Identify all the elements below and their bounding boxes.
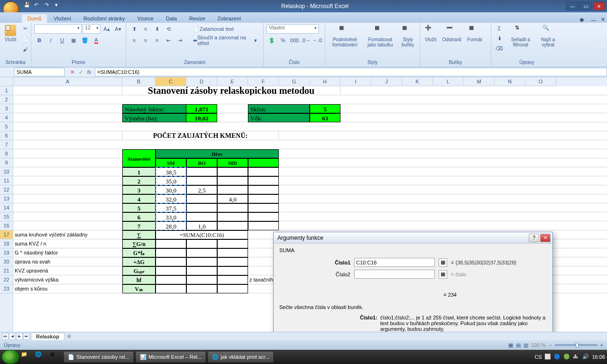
- name-box[interactable]: SUMA: [14, 68, 64, 76]
- insert-cells-button[interactable]: ➕Vložit: [423, 24, 438, 43]
- format-painter-icon[interactable]: 🖌: [20, 45, 30, 54]
- tab-review[interactable]: Revize: [184, 14, 211, 23]
- accept-formula-icon[interactable]: ✓: [77, 69, 84, 75]
- sheet-nav-last[interactable]: ⏭: [23, 333, 30, 340]
- font-name-combo[interactable]: [34, 24, 82, 34]
- clear-icon[interactable]: ⌫: [494, 44, 505, 53]
- qat-dropdown-icon[interactable]: ▾: [55, 2, 64, 10]
- qat-save-icon[interactable]: 💾: [24, 2, 32, 10]
- font-size-combo[interactable]: 12: [83, 24, 101, 34]
- comma-icon[interactable]: 000: [289, 36, 300, 45]
- tray-icon[interactable]: ⬜: [544, 354, 551, 360]
- tab-view[interactable]: Zobrazení: [212, 14, 247, 23]
- cancel-formula-icon[interactable]: ✕: [68, 69, 76, 75]
- number-format-combo[interactable]: Vlastní: [267, 24, 319, 34]
- copy-icon[interactable]: 📄: [20, 34, 30, 44]
- orientation-icon[interactable]: ⟲: [163, 24, 174, 34]
- taskbar-desktop-icon[interactable]: 🖥: [49, 351, 62, 363]
- tab-layout[interactable]: Rozložení stránky: [78, 14, 130, 23]
- new-sheet-icon[interactable]: ⊕: [65, 333, 73, 339]
- close-button[interactable]: ✕: [593, 2, 605, 10]
- zoom-out-button[interactable]: −: [549, 342, 552, 348]
- qat-undo-icon[interactable]: ↶: [34, 2, 43, 10]
- dec-decimal-icon[interactable]: ←.0: [312, 36, 322, 45]
- merge-center-button[interactable]: ⬌ Sloučit a zarovnat na střed ▾: [190, 36, 260, 45]
- align-middle-icon[interactable]: ≡: [140, 24, 151, 34]
- cut-icon[interactable]: ✂: [20, 24, 30, 33]
- zoom-slider[interactable]: [555, 344, 598, 346]
- paste-button[interactable]: 📋Vložit: [3, 24, 18, 43]
- dialog-close-button[interactable]: ✕: [540, 234, 551, 242]
- italic-button[interactable]: I: [46, 36, 56, 45]
- wrap-text-button[interactable]: 📄 Zalamovat text: [190, 24, 237, 34]
- format-cells-button[interactable]: ▦Formát: [465, 24, 484, 43]
- border-button[interactable]: ▦: [68, 36, 79, 45]
- format-table-button[interactable]: ▦Formátovat jako tabulku: [364, 24, 397, 48]
- align-bottom-icon[interactable]: ⬇: [152, 24, 162, 34]
- arg2-collapse-icon[interactable]: ▦: [439, 270, 447, 279]
- find-select-button[interactable]: 🔍Najít a vybrat: [537, 24, 560, 48]
- underline-button[interactable]: U: [57, 36, 67, 45]
- tab-formulas[interactable]: Vzorce: [131, 14, 159, 23]
- tray-icon[interactable]: 🔵: [554, 354, 561, 360]
- view-layout-icon[interactable]: ▤: [516, 342, 521, 348]
- tray-clock[interactable]: 16:06: [592, 354, 605, 360]
- font-color-button[interactable]: A: [91, 36, 101, 45]
- shrink-font-icon[interactable]: A▾: [113, 24, 123, 34]
- ribbon-minimize-icon[interactable]: —: [589, 17, 598, 23]
- inc-decimal-icon[interactable]: .0→: [301, 36, 311, 45]
- taskbar-task-1[interactable]: 📄Stanovení zásoby rel...: [64, 351, 134, 363]
- taskbar-task-3[interactable]: 🌐jak vkládat print scr...: [208, 351, 274, 363]
- conditional-format-button[interactable]: ▦Podmíněné formátování: [328, 24, 362, 48]
- tray-network-icon[interactable]: 🖧: [573, 354, 579, 360]
- tab-data[interactable]: Data: [160, 14, 183, 23]
- align-left-icon[interactable]: ≡: [129, 36, 139, 45]
- align-center-icon[interactable]: ≡: [140, 36, 151, 45]
- sheet-nav-first[interactable]: ⏮: [2, 333, 9, 340]
- grow-font-icon[interactable]: A▴: [101, 24, 112, 34]
- formula-input[interactable]: =SUMA(C10:C16): [95, 68, 607, 76]
- sort-filter-button[interactable]: ⇅Seřadit a filtrovat: [506, 24, 535, 48]
- fill-icon[interactable]: ⬇: [494, 34, 505, 43]
- tray-volume-icon[interactable]: 🔊: [582, 354, 589, 360]
- zoom-in-button[interactable]: +: [600, 342, 603, 348]
- ribbon: 📋Vložit ✂ 📄 🖌 Schránka 12A▴A▾ BIU▦🪣A Pís…: [0, 23, 607, 67]
- currency-icon[interactable]: 💲: [267, 36, 277, 45]
- arg1-input[interactable]: [354, 258, 435, 267]
- function-arguments-dialog: Argumenty funkce ?✕ SUMA Číslo1 ▦ = {38,…: [273, 232, 553, 332]
- percent-icon[interactable]: %: [278, 36, 288, 45]
- view-normal-icon[interactable]: ▦: [508, 342, 513, 348]
- taskbar-task-2[interactable]: 📊Microsoft Excel – Rel...: [136, 351, 206, 363]
- column-headers: A B C D E F G H I J K L M N O: [13, 77, 607, 86]
- align-top-icon[interactable]: ⬆: [129, 24, 139, 34]
- arg2-input[interactable]: [354, 270, 435, 279]
- fx-icon[interactable]: fx: [85, 69, 93, 75]
- sheet-nav-prev[interactable]: ◀: [9, 333, 16, 340]
- indent-dec-icon[interactable]: ⇤: [163, 36, 174, 45]
- tray-lang[interactable]: CS: [534, 354, 542, 360]
- delete-cells-button[interactable]: ➖Odstranit: [440, 24, 463, 43]
- sheet-nav-next[interactable]: ▶: [16, 333, 23, 340]
- restore-button[interactable]: ▭: [579, 2, 592, 10]
- align-right-icon[interactable]: ≡: [152, 36, 162, 45]
- taskbar-explorer-icon[interactable]: 📁: [21, 351, 33, 363]
- ribbon-close-icon[interactable]: ✕: [599, 17, 607, 23]
- arg1-collapse-icon[interactable]: ▦: [439, 258, 447, 267]
- minimize-button[interactable]: —: [566, 2, 579, 10]
- help-icon[interactable]: ◉: [576, 17, 588, 23]
- fill-color-button[interactable]: 🪣: [80, 36, 90, 45]
- qat-redo-icon[interactable]: ↷: [45, 2, 53, 10]
- view-break-icon[interactable]: ▥: [524, 342, 528, 348]
- taskbar-ie-icon[interactable]: 🌐: [35, 351, 47, 363]
- tray-icon[interactable]: 🟢: [563, 354, 570, 360]
- indent-inc-icon[interactable]: ⇥: [175, 36, 185, 45]
- cell-styles-button[interactable]: ▦Styly buňky: [399, 24, 417, 48]
- bold-button[interactable]: B: [34, 36, 45, 45]
- sheet-tab-relaskop[interactable]: Relaskop: [31, 333, 64, 340]
- dialog-intermediate-result: = 234: [279, 292, 547, 298]
- dialog-help-button[interactable]: ?: [529, 234, 539, 242]
- tab-insert[interactable]: Vložení: [48, 14, 77, 23]
- autosum-icon[interactable]: Σ: [494, 24, 505, 33]
- start-button[interactable]: [2, 350, 19, 364]
- tab-home[interactable]: Domů: [22, 14, 47, 23]
